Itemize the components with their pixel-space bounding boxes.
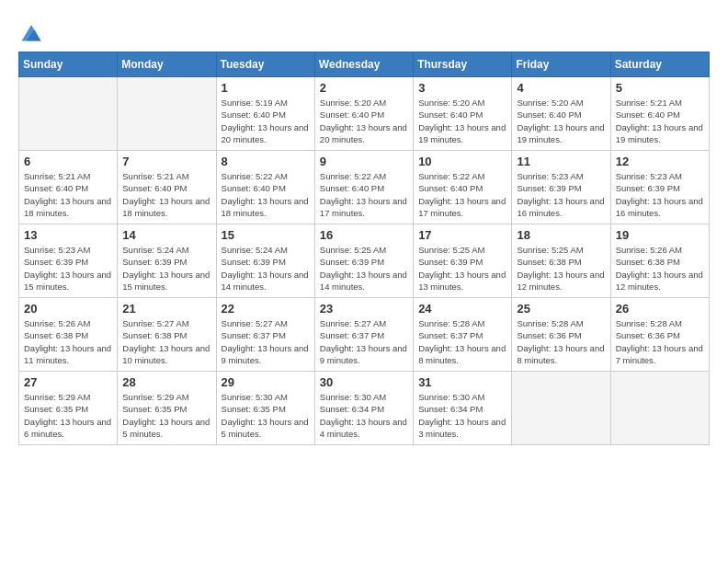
calendar-cell: 9Sunrise: 5:22 AM Sunset: 6:40 PM Daylig… <box>314 151 413 224</box>
calendar-week-row: 27Sunrise: 5:29 AM Sunset: 6:35 PM Dayli… <box>19 372 710 445</box>
day-info: Sunrise: 5:27 AM Sunset: 6:38 PM Dayligh… <box>122 317 210 366</box>
day-number: 27 <box>24 375 112 389</box>
day-info: Sunrise: 5:27 AM Sunset: 6:37 PM Dayligh… <box>222 317 310 366</box>
calendar-cell: 14Sunrise: 5:24 AM Sunset: 6:39 PM Dayli… <box>118 224 216 298</box>
day-info: Sunrise: 5:28 AM Sunset: 6:36 PM Dayligh… <box>517 317 605 366</box>
calendar-cell: 2Sunrise: 5:20 AM Sunset: 6:40 PM Daylig… <box>314 77 413 151</box>
calendar-cell: 19Sunrise: 5:26 AM Sunset: 6:38 PM Dayli… <box>610 224 709 298</box>
header-cell-wednesday: Wednesday <box>314 52 413 77</box>
day-number: 26 <box>616 302 704 316</box>
day-info: Sunrise: 5:29 AM Sunset: 6:35 PM Dayligh… <box>24 391 112 440</box>
day-info: Sunrise: 5:26 AM Sunset: 6:38 PM Dayligh… <box>24 317 112 366</box>
calendar-cell: 25Sunrise: 5:28 AM Sunset: 6:36 PM Dayli… <box>512 298 610 372</box>
calendar-cell: 16Sunrise: 5:25 AM Sunset: 6:39 PM Dayli… <box>314 224 413 298</box>
day-info: Sunrise: 5:30 AM Sunset: 6:35 PM Dayligh… <box>222 391 310 440</box>
day-info: Sunrise: 5:20 AM Sunset: 6:40 PM Dayligh… <box>517 97 605 145</box>
day-info: Sunrise: 5:23 AM Sunset: 6:39 PM Dayligh… <box>24 244 112 293</box>
day-info: Sunrise: 5:22 AM Sunset: 6:40 PM Dayligh… <box>418 170 506 219</box>
header-cell-friday: Friday <box>512 52 610 77</box>
calendar-cell: 30Sunrise: 5:30 AM Sunset: 6:34 PM Dayli… <box>314 372 413 445</box>
day-info: Sunrise: 5:28 AM Sunset: 6:36 PM Dayligh… <box>616 317 704 366</box>
calendar-cell: 27Sunrise: 5:29 AM Sunset: 6:35 PM Dayli… <box>19 372 118 445</box>
day-info: Sunrise: 5:22 AM Sunset: 6:40 PM Dayligh… <box>320 170 408 219</box>
day-number: 29 <box>222 375 310 389</box>
calendar-cell: 29Sunrise: 5:30 AM Sunset: 6:35 PM Dayli… <box>216 372 314 445</box>
day-number: 8 <box>222 155 310 168</box>
day-number: 28 <box>122 375 210 389</box>
calendar-week-row: 20Sunrise: 5:26 AM Sunset: 6:38 PM Dayli… <box>19 298 710 372</box>
calendar-cell: 15Sunrise: 5:24 AM Sunset: 6:39 PM Dayli… <box>216 224 314 298</box>
day-number: 16 <box>320 228 408 242</box>
calendar-cell: 13Sunrise: 5:23 AM Sunset: 6:39 PM Dayli… <box>19 224 118 298</box>
calendar-cell: 1Sunrise: 5:19 AM Sunset: 6:40 PM Daylig… <box>216 77 314 151</box>
day-info: Sunrise: 5:29 AM Sunset: 6:35 PM Dayligh… <box>122 391 210 440</box>
day-info: Sunrise: 5:22 AM Sunset: 6:40 PM Dayligh… <box>222 170 310 219</box>
day-number: 11 <box>517 155 605 168</box>
day-number: 24 <box>418 302 506 316</box>
day-info: Sunrise: 5:25 AM Sunset: 6:38 PM Dayligh… <box>517 244 605 293</box>
calendar-cell: 3Sunrise: 5:20 AM Sunset: 6:40 PM Daylig… <box>414 77 512 151</box>
calendar-week-row: 1Sunrise: 5:19 AM Sunset: 6:40 PM Daylig… <box>19 77 710 151</box>
calendar-cell: 11Sunrise: 5:23 AM Sunset: 6:39 PM Dayli… <box>512 151 610 224</box>
day-info: Sunrise: 5:30 AM Sunset: 6:34 PM Dayligh… <box>418 391 506 440</box>
logo <box>18 18 48 44</box>
day-number: 13 <box>24 228 112 242</box>
calendar-cell: 20Sunrise: 5:26 AM Sunset: 6:38 PM Dayli… <box>19 298 118 372</box>
calendar-cell: 5Sunrise: 5:21 AM Sunset: 6:40 PM Daylig… <box>610 77 709 151</box>
calendar-cell: 17Sunrise: 5:25 AM Sunset: 6:39 PM Dayli… <box>414 224 512 298</box>
calendar-cell <box>19 77 118 151</box>
day-info: Sunrise: 5:19 AM Sunset: 6:40 PM Dayligh… <box>222 97 310 145</box>
calendar-cell: 21Sunrise: 5:27 AM Sunset: 6:38 PM Dayli… <box>118 298 216 372</box>
day-number: 10 <box>418 155 506 168</box>
day-info: Sunrise: 5:24 AM Sunset: 6:39 PM Dayligh… <box>122 244 210 293</box>
day-number: 19 <box>616 228 704 242</box>
page-header <box>18 18 710 44</box>
calendar-cell: 7Sunrise: 5:21 AM Sunset: 6:40 PM Daylig… <box>118 151 216 224</box>
day-number: 25 <box>517 302 605 316</box>
calendar-cell: 24Sunrise: 5:28 AM Sunset: 6:37 PM Dayli… <box>414 298 512 372</box>
header-cell-thursday: Thursday <box>414 52 512 77</box>
logo-icon <box>18 18 44 44</box>
day-number: 31 <box>418 375 506 389</box>
calendar-cell: 6Sunrise: 5:21 AM Sunset: 6:40 PM Daylig… <box>19 151 118 224</box>
calendar-cell: 4Sunrise: 5:20 AM Sunset: 6:40 PM Daylig… <box>512 77 610 151</box>
day-number: 23 <box>320 302 408 316</box>
day-info: Sunrise: 5:28 AM Sunset: 6:37 PM Dayligh… <box>418 317 506 366</box>
day-number: 22 <box>222 302 310 316</box>
day-info: Sunrise: 5:25 AM Sunset: 6:39 PM Dayligh… <box>418 244 506 293</box>
calendar-week-row: 6Sunrise: 5:21 AM Sunset: 6:40 PM Daylig… <box>19 151 710 224</box>
day-number: 14 <box>122 228 210 242</box>
header-cell-monday: Monday <box>118 52 216 77</box>
day-info: Sunrise: 5:21 AM Sunset: 6:40 PM Dayligh… <box>122 170 210 219</box>
day-number: 20 <box>24 302 112 316</box>
calendar-cell: 31Sunrise: 5:30 AM Sunset: 6:34 PM Dayli… <box>414 372 512 445</box>
day-number: 12 <box>616 155 704 168</box>
day-info: Sunrise: 5:21 AM Sunset: 6:40 PM Dayligh… <box>616 97 704 145</box>
calendar-cell: 28Sunrise: 5:29 AM Sunset: 6:35 PM Dayli… <box>118 372 216 445</box>
day-info: Sunrise: 5:20 AM Sunset: 6:40 PM Dayligh… <box>320 97 408 145</box>
calendar-cell: 22Sunrise: 5:27 AM Sunset: 6:37 PM Dayli… <box>216 298 314 372</box>
calendar-cell: 23Sunrise: 5:27 AM Sunset: 6:37 PM Dayli… <box>314 298 413 372</box>
header-row: SundayMondayTuesdayWednesdayThursdayFrid… <box>19 52 710 77</box>
calendar-cell: 10Sunrise: 5:22 AM Sunset: 6:40 PM Dayli… <box>414 151 512 224</box>
day-number: 7 <box>122 155 210 168</box>
day-number: 21 <box>122 302 210 316</box>
calendar-cell: 18Sunrise: 5:25 AM Sunset: 6:38 PM Dayli… <box>512 224 610 298</box>
day-info: Sunrise: 5:23 AM Sunset: 6:39 PM Dayligh… <box>616 170 704 219</box>
day-info: Sunrise: 5:20 AM Sunset: 6:40 PM Dayligh… <box>418 97 506 145</box>
day-info: Sunrise: 5:30 AM Sunset: 6:34 PM Dayligh… <box>320 391 408 440</box>
day-info: Sunrise: 5:23 AM Sunset: 6:39 PM Dayligh… <box>517 170 605 219</box>
calendar-cell: 26Sunrise: 5:28 AM Sunset: 6:36 PM Dayli… <box>610 298 709 372</box>
header-cell-saturday: Saturday <box>610 52 709 77</box>
day-number: 30 <box>320 375 408 389</box>
day-info: Sunrise: 5:24 AM Sunset: 6:39 PM Dayligh… <box>222 244 310 293</box>
day-number: 15 <box>222 228 310 242</box>
day-number: 17 <box>418 228 506 242</box>
day-number: 3 <box>418 81 506 95</box>
calendar-cell <box>118 77 216 151</box>
day-number: 18 <box>517 228 605 242</box>
calendar-cell: 12Sunrise: 5:23 AM Sunset: 6:39 PM Dayli… <box>610 151 709 224</box>
day-number: 6 <box>24 155 112 168</box>
day-number: 2 <box>320 81 408 95</box>
day-info: Sunrise: 5:26 AM Sunset: 6:38 PM Dayligh… <box>616 244 704 293</box>
